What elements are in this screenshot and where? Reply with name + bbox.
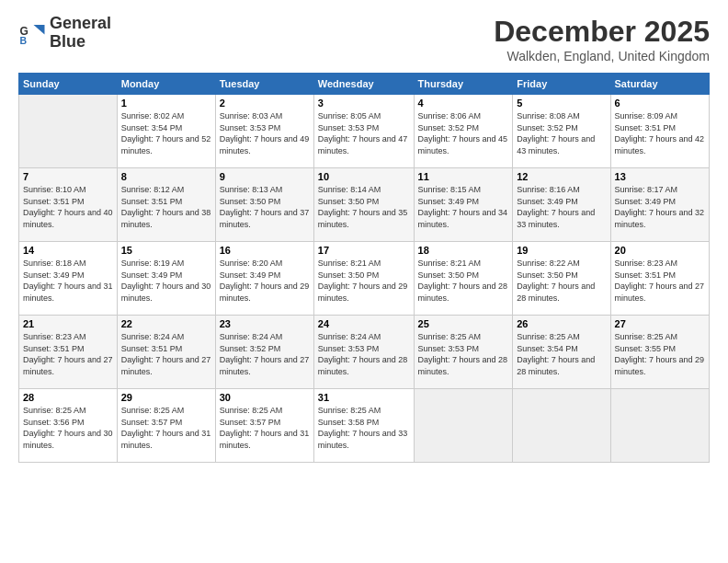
day-number: 19 [517, 245, 606, 256]
day-cell [19, 95, 118, 168]
day-cell: 21Sunrise: 8:23 AMSunset: 3:51 PMDayligh… [19, 316, 118, 389]
day-cell: 5Sunrise: 8:08 AMSunset: 3:52 PMDaylight… [513, 95, 610, 168]
day-cell: 24Sunrise: 8:24 AMSunset: 3:53 PMDayligh… [313, 316, 414, 389]
day-info: Sunrise: 8:19 AMSunset: 3:49 PMDaylight:… [121, 258, 211, 304]
day-info: Sunrise: 8:13 AMSunset: 3:50 PMDaylight:… [220, 184, 310, 230]
day-info: Sunrise: 8:25 AMSunset: 3:56 PMDaylight:… [23, 405, 113, 451]
day-number: 30 [220, 392, 310, 403]
day-info: Sunrise: 8:02 AMSunset: 3:54 PMDaylight:… [121, 110, 211, 156]
page-header: G B General Blue December 2025 Walkden, … [18, 15, 710, 63]
day-number: 21 [23, 318, 113, 329]
col-monday: Monday [117, 74, 215, 95]
day-cell: 6Sunrise: 8:09 AMSunset: 3:51 PMDaylight… [610, 95, 709, 168]
day-info: Sunrise: 8:12 AMSunset: 3:51 PMDaylight:… [121, 184, 211, 230]
col-sunday: Sunday [19, 74, 118, 95]
day-number: 14 [23, 245, 113, 256]
day-cell: 12Sunrise: 8:16 AMSunset: 3:49 PMDayligh… [513, 168, 610, 242]
col-thursday: Thursday [414, 74, 513, 95]
col-wednesday: Wednesday [313, 74, 414, 95]
week-row-1: 1Sunrise: 8:02 AMSunset: 3:54 PMDaylight… [19, 95, 710, 168]
day-number: 8 [121, 171, 211, 182]
title-block: December 2025 Walkden, England, United K… [494, 15, 710, 63]
location-subtitle: Walkden, England, United Kingdom [494, 49, 710, 63]
day-cell: 23Sunrise: 8:24 AMSunset: 3:52 PMDayligh… [215, 316, 313, 389]
day-number: 20 [615, 245, 705, 256]
week-row-5: 28Sunrise: 8:25 AMSunset: 3:56 PMDayligh… [19, 389, 710, 463]
week-row-4: 21Sunrise: 8:23 AMSunset: 3:51 PMDayligh… [19, 316, 710, 389]
day-info: Sunrise: 8:25 AMSunset: 3:53 PMDaylight:… [418, 331, 509, 377]
day-number: 3 [318, 98, 410, 109]
day-info: Sunrise: 8:06 AMSunset: 3:52 PMDaylight:… [418, 110, 509, 156]
day-info: Sunrise: 8:15 AMSunset: 3:49 PMDaylight:… [418, 184, 509, 230]
calendar-page: G B General Blue December 2025 Walkden, … [0, 0, 728, 563]
col-saturday: Saturday [610, 74, 709, 95]
day-number: 12 [517, 171, 606, 182]
day-cell: 28Sunrise: 8:25 AMSunset: 3:56 PMDayligh… [19, 389, 118, 463]
day-cell: 25Sunrise: 8:25 AMSunset: 3:53 PMDayligh… [414, 316, 513, 389]
day-cell: 30Sunrise: 8:25 AMSunset: 3:57 PMDayligh… [215, 389, 313, 463]
day-info: Sunrise: 8:20 AMSunset: 3:49 PMDaylight:… [220, 258, 310, 304]
day-cell: 15Sunrise: 8:19 AMSunset: 3:49 PMDayligh… [117, 242, 215, 316]
day-cell: 18Sunrise: 8:21 AMSunset: 3:50 PMDayligh… [414, 242, 513, 316]
day-number: 28 [23, 392, 113, 403]
day-number: 17 [318, 245, 410, 256]
day-cell: 16Sunrise: 8:20 AMSunset: 3:49 PMDayligh… [215, 242, 313, 316]
day-info: Sunrise: 8:25 AMSunset: 3:55 PMDaylight:… [615, 331, 705, 377]
day-cell: 27Sunrise: 8:25 AMSunset: 3:55 PMDayligh… [610, 316, 709, 389]
day-number: 4 [418, 98, 509, 109]
day-info: Sunrise: 8:08 AMSunset: 3:52 PMDaylight:… [517, 110, 606, 156]
day-number: 1 [121, 98, 211, 109]
day-number: 18 [418, 245, 509, 256]
day-cell: 17Sunrise: 8:21 AMSunset: 3:50 PMDayligh… [313, 242, 414, 316]
day-cell [610, 389, 709, 463]
day-info: Sunrise: 8:09 AMSunset: 3:51 PMDaylight:… [615, 110, 705, 156]
day-cell: 22Sunrise: 8:24 AMSunset: 3:51 PMDayligh… [117, 316, 215, 389]
logo: G B General Blue [18, 15, 111, 52]
day-cell: 19Sunrise: 8:22 AMSunset: 3:50 PMDayligh… [513, 242, 610, 316]
day-info: Sunrise: 8:24 AMSunset: 3:52 PMDaylight:… [220, 331, 310, 377]
day-info: Sunrise: 8:14 AMSunset: 3:50 PMDaylight:… [318, 184, 410, 230]
day-info: Sunrise: 8:25 AMSunset: 3:58 PMDaylight:… [318, 405, 410, 451]
day-cell: 31Sunrise: 8:25 AMSunset: 3:58 PMDayligh… [313, 389, 414, 463]
day-info: Sunrise: 8:22 AMSunset: 3:50 PMDaylight:… [517, 258, 606, 304]
day-cell: 20Sunrise: 8:23 AMSunset: 3:51 PMDayligh… [610, 242, 709, 316]
day-number: 23 [220, 318, 310, 329]
day-info: Sunrise: 8:03 AMSunset: 3:53 PMDaylight:… [220, 110, 310, 156]
day-cell: 1Sunrise: 8:02 AMSunset: 3:54 PMDaylight… [117, 95, 215, 168]
day-info: Sunrise: 8:23 AMSunset: 3:51 PMDaylight:… [615, 258, 705, 304]
day-cell: 4Sunrise: 8:06 AMSunset: 3:52 PMDaylight… [414, 95, 513, 168]
day-number: 9 [220, 171, 310, 182]
day-info: Sunrise: 8:24 AMSunset: 3:51 PMDaylight:… [121, 331, 211, 377]
header-row: Sunday Monday Tuesday Wednesday Thursday… [19, 74, 710, 95]
day-cell: 9Sunrise: 8:13 AMSunset: 3:50 PMDaylight… [215, 168, 313, 242]
day-number: 16 [220, 245, 310, 256]
day-cell: 10Sunrise: 8:14 AMSunset: 3:50 PMDayligh… [313, 168, 414, 242]
day-number: 22 [121, 318, 211, 329]
day-info: Sunrise: 8:05 AMSunset: 3:53 PMDaylight:… [318, 110, 410, 156]
day-info: Sunrise: 8:21 AMSunset: 3:50 PMDaylight:… [418, 258, 509, 304]
day-number: 11 [418, 171, 509, 182]
day-cell: 26Sunrise: 8:25 AMSunset: 3:54 PMDayligh… [513, 316, 610, 389]
col-tuesday: Tuesday [215, 74, 313, 95]
month-title: December 2025 [494, 15, 710, 49]
logo-text-blue: Blue [50, 33, 111, 52]
day-info: Sunrise: 8:24 AMSunset: 3:53 PMDaylight:… [318, 331, 410, 377]
day-number: 7 [23, 171, 113, 182]
day-number: 25 [418, 318, 509, 329]
logo-text-general: General [50, 15, 111, 33]
week-row-2: 7Sunrise: 8:10 AMSunset: 3:51 PMDaylight… [19, 168, 710, 242]
day-cell [414, 389, 513, 463]
day-number: 26 [517, 318, 606, 329]
calendar-table: Sunday Monday Tuesday Wednesday Thursday… [18, 73, 710, 463]
week-row-3: 14Sunrise: 8:18 AMSunset: 3:49 PMDayligh… [19, 242, 710, 316]
day-number: 2 [220, 98, 310, 109]
day-number: 6 [615, 98, 705, 109]
day-cell [513, 389, 610, 463]
logo-icon: G B [18, 19, 46, 47]
day-info: Sunrise: 8:18 AMSunset: 3:49 PMDaylight:… [23, 258, 113, 304]
day-number: 10 [318, 171, 410, 182]
day-number: 5 [517, 98, 606, 109]
day-number: 15 [121, 245, 211, 256]
day-info: Sunrise: 8:25 AMSunset: 3:57 PMDaylight:… [121, 405, 211, 451]
day-info: Sunrise: 8:23 AMSunset: 3:51 PMDaylight:… [23, 331, 113, 377]
